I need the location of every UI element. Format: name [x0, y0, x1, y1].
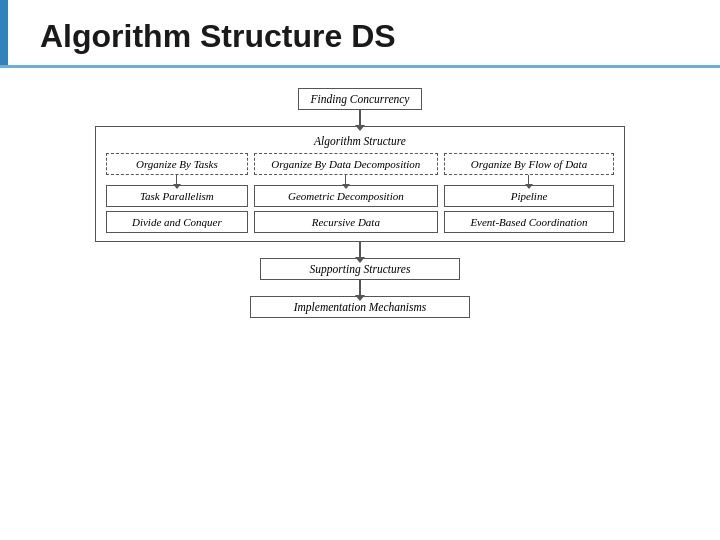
- three-columns: Organize By Tasks Task Parallelism Divid…: [106, 153, 614, 233]
- organize-by-tasks-header: Organize By Tasks: [106, 153, 248, 175]
- recursive-data-box: Recursive Data: [254, 211, 438, 233]
- organize-by-flow-header: Organize By Flow of Data: [444, 153, 614, 175]
- col-flow: Organize By Flow of Data Pipeline Event-…: [444, 153, 614, 233]
- page-title: Algorithm Structure DS: [30, 18, 690, 55]
- divide-conquer-box: Divide and Conquer: [106, 211, 248, 233]
- algo-structure-label: Algorithm Structure: [106, 135, 614, 147]
- finding-concurrency-box: Finding Concurrency: [298, 88, 423, 110]
- event-based-box: Event-Based Coordination: [444, 211, 614, 233]
- col-tasks: Organize By Tasks Task Parallelism Divid…: [106, 153, 248, 233]
- diagram-area: Finding Concurrency Algorithm Structure …: [0, 73, 720, 333]
- algorithm-structure-box: Algorithm Structure Organize By Tasks Ta…: [95, 126, 625, 242]
- slide: Algorithm Structure DS Finding Concurren…: [0, 0, 720, 540]
- col-data-decomp: Organize By Data Decomposition Geometric…: [254, 153, 438, 233]
- title-bar: Algorithm Structure DS: [0, 0, 720, 68]
- diagram: Finding Concurrency Algorithm Structure …: [95, 88, 625, 318]
- organize-by-data-header: Organize By Data Decomposition: [254, 153, 438, 175]
